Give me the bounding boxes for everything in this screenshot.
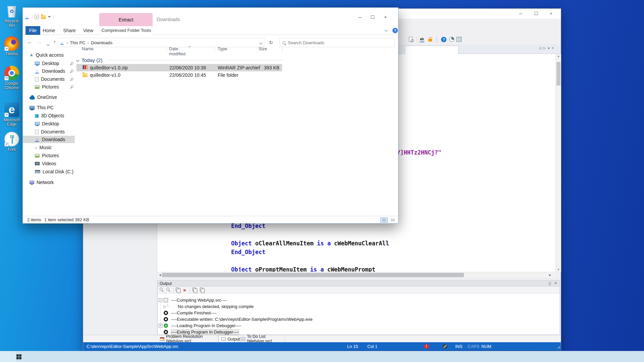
sidebar-item-3d-objects[interactable]: 3D Objects xyxy=(23,112,75,119)
scroll-right-icon[interactable]: ▶ xyxy=(547,272,553,278)
file-row[interactable]: quilleditor-v1.0.zip22/06/2020 10:39WinR… xyxy=(76,64,282,71)
ribbon-collapse-icon[interactable] xyxy=(385,28,388,32)
find-previous-message-icon[interactable] xyxy=(160,288,163,291)
windows-logo-icon[interactable] xyxy=(16,354,19,357)
desktop-icon-chrome[interactable]: ↗Google Chrome xyxy=(2,66,21,90)
pin-icon[interactable] xyxy=(69,68,74,74)
sidebar-item-videos[interactable]: Videos xyxy=(23,160,75,167)
search-input[interactable] xyxy=(288,40,392,45)
expand-icon[interactable]: + xyxy=(159,324,162,327)
panel-splitter[interactable] xyxy=(83,278,561,280)
find-next-message-icon[interactable] xyxy=(166,288,169,291)
editor-horizontal-scrollbar[interactable]: ◀ ▶ xyxy=(157,272,555,278)
sidebar-item-this-pc[interactable]: This PC xyxy=(23,104,75,111)
sidebar-item-downloads[interactable]: Downloads xyxy=(23,136,75,143)
column-type[interactable]: Type xyxy=(218,46,227,51)
output-message-row[interactable]: ----Compile Finished---- xyxy=(158,310,559,316)
find-text-icon[interactable]: ab xyxy=(420,37,424,42)
tab-file[interactable]: File xyxy=(25,26,40,35)
column-size[interactable]: Size xyxy=(259,46,267,51)
column-divider[interactable] xyxy=(214,46,215,53)
sidebar-item-quick-access[interactable]: Quick access xyxy=(23,51,75,59)
sidebar-item-music[interactable]: Music xyxy=(23,144,75,151)
group-header-today[interactable]: Today (2) xyxy=(76,57,103,63)
back-button[interactable]: ← xyxy=(26,37,34,47)
sidebar-item-documents[interactable]: Documents xyxy=(23,75,75,83)
output-message-row[interactable]: └▷No changes detected, skipping compile xyxy=(158,304,559,310)
minimize-button[interactable]: ─ xyxy=(354,13,366,22)
editor-tab[interactable] xyxy=(405,46,459,54)
bottom-tab-to-do-list-webapp-src-[interactable]: To Do List [WebApp.src] xyxy=(238,335,285,343)
ide-minimize-button[interactable]: ─ xyxy=(515,9,527,19)
ide-close-button[interactable]: × xyxy=(545,9,557,19)
maximize-button[interactable]: ☐ xyxy=(366,13,379,22)
column-divider[interactable] xyxy=(166,46,167,53)
bottom-tab-output[interactable]: Output xyxy=(218,335,238,343)
sidebar-item-downloads[interactable]: Downloads xyxy=(23,67,75,75)
collapse-icon[interactable]: − xyxy=(159,298,162,302)
table-icon[interactable] xyxy=(457,37,462,42)
pin-icon[interactable] xyxy=(69,76,74,82)
column-divider[interactable] xyxy=(282,46,282,53)
tab-home[interactable]: Home xyxy=(41,26,57,35)
file-row[interactable]: quilleditor-v1.022/06/2020 10:45File fol… xyxy=(76,71,282,79)
close-button[interactable]: × xyxy=(379,13,392,22)
output-panel-header[interactable]: Output × xyxy=(158,281,559,287)
pin-icon[interactable] xyxy=(69,61,74,66)
clear-output-icon[interactable]: × xyxy=(183,288,186,293)
sidebar-item-desktop[interactable]: Desktop xyxy=(23,60,75,67)
sidebar-item-onedrive[interactable]: OneDrive xyxy=(23,94,75,101)
customize-qat-icon[interactable] xyxy=(48,16,51,19)
column-date-modified[interactable]: Date modified xyxy=(169,46,185,56)
column-name[interactable]: Name xyxy=(82,46,94,51)
thumbnails-view-button[interactable] xyxy=(389,218,396,223)
history-dropdown-icon[interactable] xyxy=(44,39,52,49)
copy-all-icon[interactable] xyxy=(193,288,196,291)
output-message-row[interactable]: −----Compiling WebApp.src---- xyxy=(158,297,559,304)
breadcrumb-downloads[interactable]: Downloads xyxy=(91,40,112,45)
address-bar[interactable]: › This PC › Downloads xyxy=(57,38,264,47)
scroll-down-icon[interactable]: ▼ xyxy=(556,268,561,271)
new-folder-icon[interactable] xyxy=(41,15,46,19)
output-message-tree[interactable]: −----Compiling WebApp.src----└▷No change… xyxy=(158,294,559,335)
tab-compressed-folder-tools[interactable]: Compressed Folder Tools xyxy=(100,26,153,35)
bottom-tab-problem-resolution-webapp-src-[interactable]: Problem Resolution [WebApp.src] xyxy=(157,335,218,343)
sidebar-item-pictures[interactable]: Pictures xyxy=(23,83,75,90)
profiler-icon[interactable] xyxy=(449,37,454,42)
desktop-icon-firefox[interactable]: ↗Firefox xyxy=(2,36,21,56)
pin-icon[interactable] xyxy=(69,84,74,90)
scrollbar-thumb[interactable] xyxy=(556,62,560,85)
address-dropdown-icon[interactable] xyxy=(259,41,263,44)
sidebar-item-documents[interactable]: Documents xyxy=(23,128,75,135)
help-icon[interactable]: ? xyxy=(392,28,398,33)
sidebar-item-desktop[interactable]: Desktop xyxy=(23,120,75,127)
breadcrumb-this-pc[interactable]: This PC xyxy=(70,40,85,45)
lock-icon[interactable] xyxy=(428,39,432,42)
output-close-icon[interactable]: × xyxy=(554,281,557,286)
tab-scroll-arrows[interactable]: ◁▷▾× xyxy=(539,46,555,50)
scroll-up-icon[interactable]: ▲ xyxy=(556,55,561,58)
resize-grip[interactable]: ◢ xyxy=(557,345,560,349)
copy-selection-icon[interactable] xyxy=(200,288,203,291)
sidebar-item-network[interactable]: Network xyxy=(23,179,75,186)
pin-icon[interactable] xyxy=(547,282,551,286)
find-in-files-icon[interactable] xyxy=(409,37,413,42)
details-view-button[interactable] xyxy=(380,218,388,223)
desktop-icon-edge[interactable]: ↗Microsoft Edge xyxy=(2,102,21,127)
properties-check-icon[interactable]: ✓ xyxy=(35,15,39,19)
tab-share[interactable]: Share xyxy=(60,26,78,35)
forward-button[interactable]: → xyxy=(36,37,43,47)
desktop-icon-fork[interactable]: ↗Fork xyxy=(2,132,21,152)
copy-icon[interactable] xyxy=(176,288,179,291)
sidebar-item-pictures[interactable]: Pictures xyxy=(23,152,75,159)
output-message-row[interactable]: +----Loading Program In Debugger---- xyxy=(158,323,559,329)
help-icon[interactable]: ? xyxy=(441,37,446,42)
refresh-button[interactable]: ↻ xyxy=(267,38,275,47)
tab-view[interactable]: View xyxy=(80,26,96,35)
contextual-badge-extract[interactable]: Extract xyxy=(99,13,153,26)
ide-maximize-button[interactable]: ☐ xyxy=(530,9,542,19)
output-message-row[interactable]: ----Executable written: C:\dev\repo\Edit… xyxy=(158,316,559,323)
scrollbar-thumb[interactable] xyxy=(162,273,464,277)
desktop-icon-recycle-bin[interactable]: Recycle Bin xyxy=(2,3,21,28)
column-divider[interactable] xyxy=(257,46,257,53)
